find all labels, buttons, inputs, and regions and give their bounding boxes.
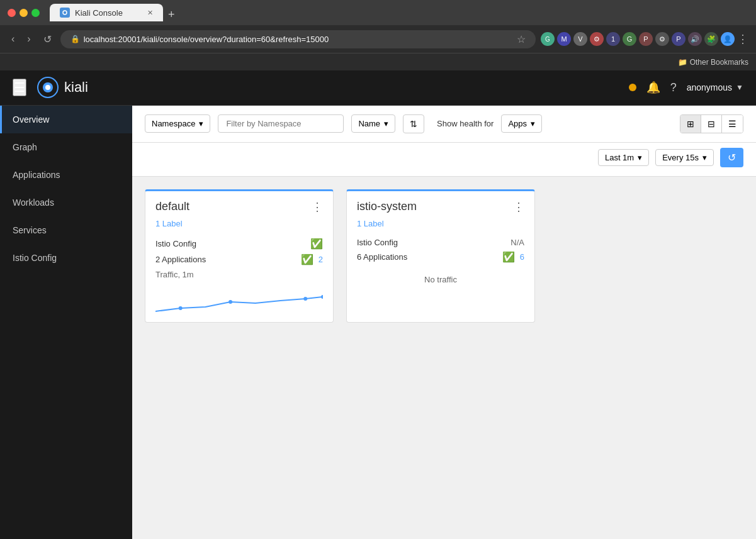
istio-config-label-default: Istio Config [155,239,305,248]
view-toggle-group: ⊞ ⊟ ☰ [680,114,743,133]
namespace-select-label: Namespace [152,119,195,128]
refresh-button[interactable]: ↺ [720,148,743,167]
card-label-istio-system[interactable]: 1 Label [347,219,534,233]
maximize-window-button[interactable] [31,9,40,17]
sidebar-item-workloads[interactable]: Workloads [0,189,132,216]
profile-icon[interactable]: 👤 [721,32,735,46]
more-options-icon[interactable]: ⋮ [737,32,748,46]
cards-area: default ⋮ 1 Label Istio Config ✅ 2 Appli… [132,177,756,335]
time-range-label: Last 1m [605,153,634,162]
apps-health-select[interactable]: Apps ▾ [501,114,542,133]
extension-icon-2[interactable]: M [557,32,571,46]
extension-icon-5[interactable]: 1 [606,32,620,46]
back-button[interactable]: ‹ [8,31,18,47]
sidebar-item-graph[interactable]: Graph [0,133,132,161]
bookmark-star-icon[interactable]: ☆ [517,33,526,45]
card-row-applications-istio-system: 6 Applications ✅ 6 [357,249,524,265]
card-row-istio-config-default: Istio Config ✅ [155,236,323,252]
extension-icon-4[interactable]: ⚙ [590,32,604,46]
app-container: Overview Graph Applications Workloads Se… [0,106,756,539]
user-dropdown-icon: ▼ [736,83,743,92]
namespace-dropdown-icon: ▾ [199,119,203,128]
content-toolbar-row2: Last 1m ▾ Every 15s ▾ ↺ [132,143,756,177]
filter-by-namespace-input[interactable] [218,114,344,133]
applications-count-link-default[interactable]: 2 [319,255,323,264]
extension-icon-1[interactable]: G [541,32,555,46]
list-view-button[interactable]: ☰ [722,115,743,133]
apps-health-label: Apps [508,119,527,128]
extension-icon-7[interactable]: P [639,32,653,46]
sidebar-item-applications[interactable]: Applications [0,161,132,189]
refresh-interval-label: Every 15s [662,153,699,162]
applications-ok-icon-istio-system: ✅ [502,251,515,263]
applications-count-label-default: 2 Applications [155,255,296,264]
tab-close-button[interactable]: ✕ [147,9,153,17]
close-window-button[interactable] [8,9,16,17]
content-toolbar-row1: Namespace ▾ Name ▾ ⇅ Show health for App… [132,106,756,143]
svg-point-7 [303,297,307,301]
card-title-default: default [155,200,189,213]
health-label: Show health for [437,119,494,128]
namespace-card-default: default ⋮ 1 Label Istio Config ✅ 2 Appli… [145,189,334,323]
card-row-applications-default: 2 Applications ✅ 2 [155,252,323,267]
sidebar-item-overview[interactable]: Overview [0,106,132,133]
istio-config-ok-icon-default: ✅ [310,238,323,250]
name-dropdown-icon: ▾ [384,119,388,128]
browser-extension-icons: G M V ⚙ 1 G P ⚙ P 🔊 🧩 👤 ⋮ [541,32,748,46]
kiali-logo-text: kiali [64,79,88,96]
lock-icon: 🔒 [71,35,80,43]
sidebar-item-services[interactable]: Services [0,216,132,244]
card-menu-default[interactable]: ⋮ [312,200,323,214]
browser-toolbar: ‹ › ↺ 🔒 localhost:20001/kiali/console/ov… [0,25,756,53]
user-menu[interactable]: anonymous ▼ [687,82,743,92]
address-bar[interactable]: 🔒 localhost:20001/kiali/console/overview… [60,30,536,48]
grid-view-button[interactable]: ⊟ [701,115,722,133]
sidebar-item-workloads-label: Workloads [13,197,54,208]
reload-button[interactable]: ↺ [40,31,55,48]
extension-icon-6[interactable]: G [623,32,636,46]
extension-icon-10[interactable]: 🔊 [688,32,702,46]
notifications-button[interactable]: 🔔 [646,81,660,94]
sort-direction-button[interactable]: ⇅ [403,114,424,133]
sidebar-toggle-button[interactable]: ☰ [13,79,26,96]
compact-view-button[interactable]: ⊞ [680,115,701,133]
name-sort-label: Name [358,119,380,128]
sparkline-chart-default [155,289,323,314]
tab-title: Kiali Console [75,8,123,18]
extension-icon-8[interactable]: ⚙ [655,32,669,46]
card-menu-istio-system[interactable]: ⋮ [513,200,524,214]
time-range-select[interactable]: Last 1m ▾ [598,149,649,166]
sparkline-container-default [145,287,333,322]
main-content: Namespace ▾ Name ▾ ⇅ Show health for App… [132,106,756,539]
extension-icon-9[interactable]: P [672,32,685,46]
sidebar-item-services-label: Services [13,225,47,235]
applications-count-link-istio-system[interactable]: 6 [520,252,524,262]
card-body-default: Istio Config ✅ 2 Applications ✅ 2 Traffi… [145,233,333,287]
forward-button[interactable]: › [23,31,34,47]
refresh-interval-select[interactable]: Every 15s ▾ [655,149,714,166]
card-label-default[interactable]: 1 Label [145,219,333,233]
applications-count-label-istio-system: 6 Applications [357,252,497,262]
extension-icon-3[interactable]: V [573,32,587,46]
other-bookmarks-label[interactable]: Other Bookmarks [690,58,748,67]
kiali-logo: kiali [37,76,88,99]
minimize-window-button[interactable] [20,9,28,17]
extension-icon-11[interactable]: 🧩 [704,32,718,46]
name-sort-select[interactable]: Name ▾ [351,114,395,133]
card-title-istio-system: istio-system [357,200,417,213]
active-tab[interactable]: Kiali Console ✕ [50,4,163,21]
new-tab-button[interactable]: + [163,8,180,21]
istio-config-label-istio-system: Istio Config [357,238,505,247]
svg-point-6 [228,300,232,304]
kiali-header: ☰ kiali 🔔 ? anonymous ▼ [0,70,756,106]
sidebar: Overview Graph Applications Workloads Se… [0,106,132,539]
namespace-select[interactable]: Namespace ▾ [145,114,210,133]
sidebar-item-overview-label: Overview [13,114,49,125]
help-button[interactable]: ? [670,81,677,94]
header-icons: 🔔 ? anonymous ▼ [629,81,743,94]
applications-ok-icon-default: ✅ [301,253,313,265]
svg-point-5 [179,306,183,310]
sidebar-item-istio-config[interactable]: Istio Config [0,244,132,272]
browser-chrome: Kiali Console ✕ + ‹ › ↺ 🔒 localhost:2000… [0,0,756,70]
card-traffic-default: Traffic, 1m [155,267,323,279]
